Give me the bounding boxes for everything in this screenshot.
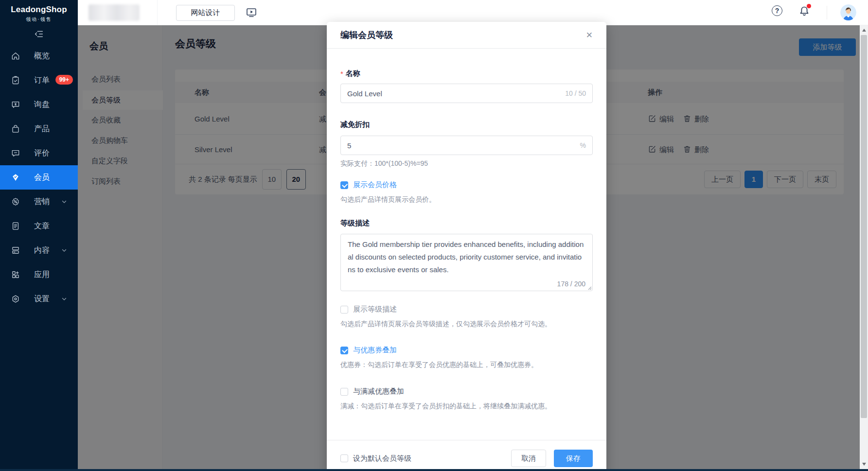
checkbox-unchecked[interactable] <box>340 454 348 462</box>
sidebar-item-label: 评价 <box>34 148 50 158</box>
default-level-checkbox-row[interactable]: 设为默认会员等级 <box>340 454 411 463</box>
sidebar-item-label: 概览 <box>34 51 50 61</box>
default-level-label[interactable]: 设为默认会员等级 <box>353 454 411 463</box>
sidebar-item-content[interactable]: 内容 <box>0 238 78 262</box>
site-design-button[interactable]: 网站设计 <box>176 5 235 21</box>
sidebar-item-label: 文章 <box>34 221 50 231</box>
window-bottom-edge <box>0 469 868 471</box>
sidebar-item-label: 订单 <box>34 75 50 86</box>
marketing-icon <box>11 197 20 207</box>
sidebar-item-orders[interactable]: 订单 99+ <box>0 68 78 92</box>
sidebar-item-reviews[interactable]: 评价 <box>0 141 78 165</box>
stack-promo-label[interactable]: 与满减优惠叠加 <box>353 387 404 396</box>
scroll-up-arrow[interactable] <box>860 26 868 34</box>
notification-dot <box>807 4 811 8</box>
name-label-row: * 名称 <box>340 69 593 78</box>
checkbox-checked[interactable] <box>340 347 348 354</box>
sidebar-item-label: 询盘 <box>34 100 50 110</box>
sidebar-item-apps[interactable]: 应用 <box>0 262 78 287</box>
close-icon[interactable]: ✕ <box>586 31 593 39</box>
app-window: LeadongShop 领动·领售 概览 订单 99+ 询盘 产品 <box>0 0 868 471</box>
logo-title: LeadongShop <box>0 5 78 15</box>
collapse-sidebar-icon[interactable] <box>32 27 46 41</box>
name-label: 名称 <box>346 69 360 78</box>
articles-icon <box>11 221 20 231</box>
cancel-button[interactable]: 取消 <box>511 450 546 467</box>
description-textarea[interactable]: The Gold membership tier provides enhanc… <box>340 234 593 291</box>
chevron-down-icon <box>61 296 67 302</box>
show-member-price-checkbox-row[interactable]: 展示会员价格 <box>340 180 593 190</box>
settings-icon <box>11 294 20 304</box>
stack-promo-help: 满减：勾选后订单在享受了会员折扣的基础上，将继续叠加满减优惠。 <box>340 401 593 411</box>
description-value: The Gold membership tier provides enhanc… <box>348 238 585 276</box>
home-icon <box>11 51 20 61</box>
sidebar-item-overview[interactable]: 概览 <box>0 44 78 68</box>
save-button[interactable]: 保存 <box>554 450 593 467</box>
sidebar-item-marketing[interactable]: 营销 <box>0 190 78 214</box>
topbar-divider <box>157 0 158 25</box>
name-input[interactable]: Gold Level 10 / 50 <box>340 84 593 103</box>
vertical-scrollbar[interactable] <box>860 25 868 471</box>
modal-title: 编辑会员等级 <box>340 29 393 41</box>
avatar[interactable] <box>840 4 856 20</box>
sidebar-item-settings[interactable]: 设置 <box>0 287 78 311</box>
scroll-down-arrow[interactable] <box>860 460 868 468</box>
required-asterisk: * <box>340 70 343 78</box>
scrollbar-thumb[interactable] <box>861 35 867 418</box>
store-name-redacted <box>89 4 140 21</box>
discount-label: 减免折扣 <box>340 120 593 129</box>
logo-subtitle: 领动·领售 <box>0 16 78 23</box>
sidebar-item-label: 设置 <box>34 294 50 304</box>
checkbox-checked[interactable] <box>340 181 348 189</box>
help-icon[interactable]: ? <box>772 5 782 16</box>
percent-suffix: % <box>580 141 586 149</box>
sidebar-item-inquiry[interactable]: 询盘 <box>0 92 78 117</box>
discount-help: 实际支付：100*(100-5)%=95 <box>340 158 593 168</box>
sidebar-item-articles[interactable]: 文章 <box>0 214 78 238</box>
show-description-checkbox-row[interactable]: 展示等级描述 <box>340 305 593 314</box>
show-description-label[interactable]: 展示等级描述 <box>353 305 397 314</box>
sidebar-item-label: 应用 <box>34 270 50 280</box>
description-label: 等级描述 <box>340 219 593 228</box>
modal-header: 编辑会员等级 ✕ <box>327 22 606 49</box>
stack-promo-checkbox-row[interactable]: 与满减优惠叠加 <box>340 387 593 396</box>
orders-count-badge: 99+ <box>55 75 73 85</box>
show-member-price-label[interactable]: 展示会员价格 <box>353 180 397 190</box>
resize-grip-icon[interactable] <box>587 285 592 290</box>
stack-coupon-help: 优惠券：勾选后订单在享受了会员优惠的基础上，可叠加优惠券。 <box>340 360 593 369</box>
sidebar: LeadongShop 领动·领售 概览 订单 99+ 询盘 产品 <box>0 0 78 471</box>
sidebar-item-label: 产品 <box>34 124 50 134</box>
reviews-icon <box>11 148 20 158</box>
sidebar-item-members[interactable]: 会员 <box>0 165 78 190</box>
name-value: Gold Level <box>347 89 382 98</box>
discount-value: 5 <box>347 141 351 150</box>
orders-icon <box>11 75 20 85</box>
video-tutorial-icon[interactable] <box>246 7 257 18</box>
discount-input[interactable]: 5 % <box>340 136 593 155</box>
topbar-separator <box>827 6 827 19</box>
chevron-down-icon <box>61 247 67 253</box>
inquiry-icon <box>11 100 20 109</box>
sidebar-item-products[interactable]: 产品 <box>0 117 78 141</box>
products-icon <box>11 124 20 134</box>
sidebar-item-label: 营销 <box>34 197 50 207</box>
stack-coupon-label[interactable]: 与优惠券叠加 <box>353 346 397 355</box>
checkbox-unchecked[interactable] <box>340 388 348 396</box>
apps-icon <box>11 270 20 279</box>
notifications-bell-icon[interactable] <box>798 5 810 17</box>
show-member-price-help: 勾选后产品详情页展示会员价。 <box>340 194 593 204</box>
edit-member-level-modal: 编辑会员等级 ✕ * 名称 Gold Level 10 / 50 减免折扣 5 … <box>327 22 606 471</box>
modal-footer: 设为默认会员等级 取消 保存 <box>327 440 606 471</box>
chevron-down-icon <box>61 199 67 205</box>
sidebar-nav: 概览 订单 99+ 询盘 产品 评价 会员 <box>0 44 78 311</box>
help-glyph: ? <box>775 7 779 15</box>
content-icon <box>11 245 20 255</box>
show-description-help: 勾选后产品详情页展示会员等级描述，仅勾选展示会员价格才可勾选。 <box>340 319 593 329</box>
stack-coupon-checkbox-row[interactable]: 与优惠券叠加 <box>340 346 593 355</box>
sidebar-item-label: 内容 <box>34 245 50 256</box>
checkbox-unchecked[interactable] <box>340 306 348 314</box>
sidebar-item-label: 会员 <box>34 173 50 183</box>
members-gem-icon <box>11 173 20 182</box>
name-char-counter: 10 / 50 <box>565 89 586 97</box>
description-char-counter: 178 / 200 <box>557 280 585 288</box>
